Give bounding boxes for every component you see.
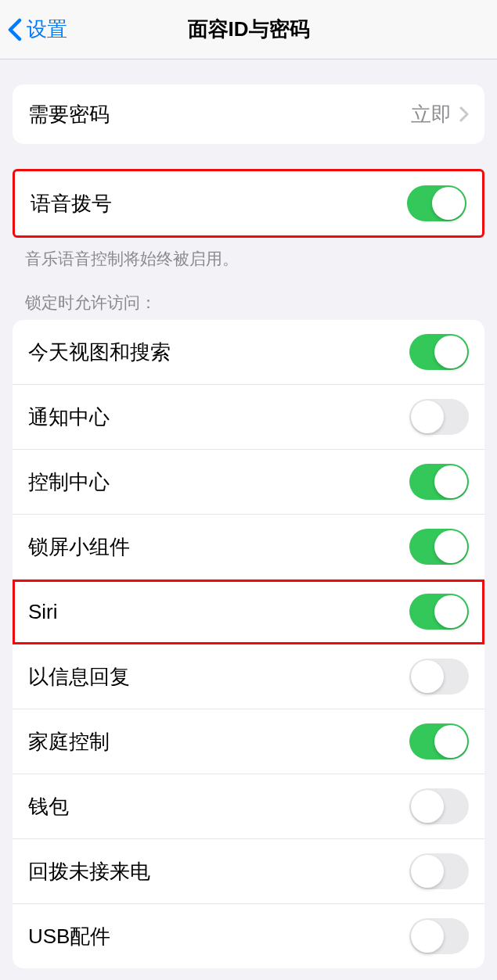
lock-access-label: 回拨未接来电 <box>28 858 150 885</box>
lock-access-toggle[interactable] <box>409 723 469 759</box>
lock-access-toggle[interactable] <box>409 659 469 695</box>
lock-access-toggle[interactable] <box>409 853 469 889</box>
passcode-group: 需要密码 立即 <box>13 84 484 144</box>
lock-access-label: USB配件 <box>28 923 110 950</box>
toggle-knob <box>434 725 467 758</box>
lock-access-row: Siri <box>13 580 484 644</box>
voice-dial-row: 语音拨号 <box>15 171 482 235</box>
lock-access-header: 锁定时允许访问： <box>0 292 497 320</box>
voice-dial-label: 语音拨号 <box>31 190 112 217</box>
lock-access-row: 家庭控制 <box>13 709 484 774</box>
lock-access-label: 以信息回复 <box>28 663 130 691</box>
lock-access-label: 通知中心 <box>28 404 110 431</box>
lock-access-row: 通知中心 <box>13 385 484 450</box>
lock-access-label: Siri <box>28 600 58 624</box>
lock-access-toggle[interactable] <box>409 594 469 630</box>
lock-access-row: 今天视图和搜索 <box>13 320 484 385</box>
lock-access-toggle[interactable] <box>409 399 469 435</box>
lock-access-label: 今天视图和搜索 <box>28 339 171 366</box>
require-passcode-value: 立即 <box>411 101 452 128</box>
back-label: 设置 <box>27 16 67 43</box>
toggle-knob <box>432 187 465 220</box>
voice-dial-group: 语音拨号 <box>13 169 484 238</box>
chevron-right-icon <box>459 106 469 122</box>
toggle-knob <box>411 400 444 433</box>
page-title: 面容ID与密码 <box>188 16 310 43</box>
navigation-bar: 设置 面容ID与密码 <box>0 0 497 59</box>
lock-access-row: USB配件 <box>13 904 484 968</box>
lock-access-row: 控制中心 <box>13 450 484 515</box>
toggle-knob <box>411 660 444 693</box>
lock-access-toggle[interactable] <box>409 529 469 565</box>
lock-access-label: 控制中心 <box>28 468 110 496</box>
toggle-knob <box>411 790 444 823</box>
row-right: 立即 <box>411 101 469 128</box>
content-area: 需要密码 立即 语音拨号 音乐语音控制将始终被启用。 锁定时允许访问： 今天视图… <box>0 84 497 980</box>
lock-access-label: 钱包 <box>28 793 69 820</box>
lock-access-footer: iPhone锁定超过一小时后，需先解锁iPhone才能允许USB配件连接。 <box>0 968 497 980</box>
require-passcode-label: 需要密码 <box>28 101 110 128</box>
lock-access-row: 钱包 <box>13 774 484 839</box>
lock-access-toggle[interactable] <box>409 334 469 370</box>
lock-access-label: 家庭控制 <box>28 728 110 756</box>
require-passcode-row[interactable]: 需要密码 立即 <box>13 84 484 144</box>
lock-access-row: 锁屏小组件 <box>13 515 484 580</box>
voice-dial-toggle[interactable] <box>407 185 466 221</box>
chevron-left-icon <box>8 18 22 41</box>
lock-access-label: 锁屏小组件 <box>28 533 130 561</box>
lock-access-group: 今天视图和搜索通知中心控制中心锁屏小组件Siri以信息回复家庭控制钱包回拨未接来… <box>13 320 484 968</box>
lock-access-row: 以信息回复 <box>13 644 484 709</box>
lock-access-toggle[interactable] <box>409 918 469 954</box>
toggle-knob <box>411 855 444 888</box>
back-button[interactable]: 设置 <box>8 16 67 43</box>
lock-access-toggle[interactable] <box>409 464 469 500</box>
toggle-knob <box>434 595 467 628</box>
lock-access-row: 回拨未接来电 <box>13 839 484 904</box>
voice-dial-footer: 音乐语音控制将始终被启用。 <box>0 238 497 270</box>
toggle-knob <box>434 530 467 563</box>
lock-access-toggle[interactable] <box>409 788 469 824</box>
toggle-knob <box>434 465 467 498</box>
toggle-knob <box>434 336 467 368</box>
toggle-knob <box>411 920 444 953</box>
